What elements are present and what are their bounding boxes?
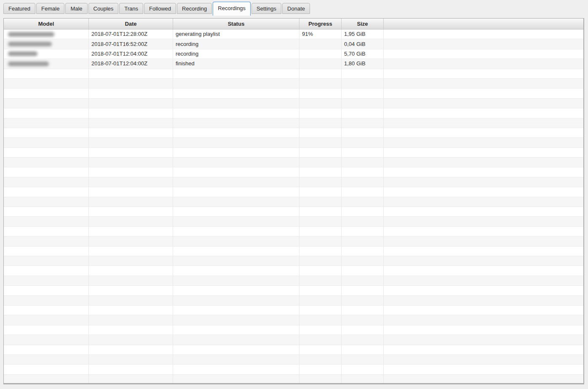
cell-extra	[384, 167, 583, 177]
cell-extra	[384, 158, 583, 167]
tab-donate[interactable]: Donate	[282, 3, 310, 14]
cell-extra	[384, 286, 583, 295]
cell-status	[173, 118, 299, 128]
cell-progress	[299, 167, 342, 177]
cell-size	[342, 247, 384, 256]
cell-extra	[384, 247, 583, 256]
table-row-empty	[4, 89, 583, 98]
cell-extra	[384, 375, 583, 384]
cell-status	[173, 197, 299, 207]
cell-status	[173, 158, 299, 167]
cell-progress	[299, 148, 342, 157]
cell-size	[342, 108, 384, 118]
cell-status: recording	[173, 39, 299, 48]
cell-date: 2018-07-01T12:28:00Z	[89, 30, 173, 39]
cell-size: 0,04 GiB	[342, 39, 384, 48]
cell-size	[342, 148, 384, 157]
column-header-progress[interactable]: Progress	[299, 19, 342, 29]
tab-followed[interactable]: Followed	[144, 3, 176, 14]
cell-extra	[384, 296, 583, 305]
cell-extra	[384, 177, 583, 187]
tab-bar: FeaturedFemaleMaleCouplesTransFollowedRe…	[0, 0, 588, 16]
cell-size	[342, 355, 384, 364]
cell-date	[89, 177, 173, 187]
table-row-empty	[4, 236, 583, 246]
table-row[interactable]: 2018-07-01T16:52:00Zrecording0,04 GiB	[4, 39, 583, 49]
redacted-model-name	[8, 42, 52, 46]
cell-date: 2018-07-01T12:04:00Z	[89, 59, 173, 68]
cell-progress	[299, 266, 342, 275]
cell-model	[4, 325, 89, 335]
table-row-empty	[4, 158, 583, 167]
cell-size: 5,70 GiB	[342, 49, 384, 59]
cell-date	[89, 325, 173, 335]
cell-size	[342, 158, 384, 167]
cell-model	[4, 217, 89, 226]
cell-date	[89, 217, 173, 226]
cell-date	[89, 167, 173, 177]
cell-date	[89, 335, 173, 344]
cell-status: recording	[173, 49, 299, 59]
cell-date	[89, 128, 173, 137]
cell-status	[173, 148, 299, 157]
cell-model	[4, 247, 89, 256]
column-header-model[interactable]: Model	[4, 19, 89, 29]
cell-model	[4, 39, 89, 48]
tab-recordings[interactable]: Recordings	[213, 2, 251, 16]
cell-size	[342, 375, 384, 384]
cell-progress	[299, 108, 342, 118]
tab-male[interactable]: Male	[65, 3, 87, 14]
table-row[interactable]: 2018-07-01T12:28:00Zgenerating playlist9…	[4, 30, 583, 39]
tab-settings[interactable]: Settings	[251, 3, 281, 14]
cell-progress	[299, 49, 342, 59]
tab-recording[interactable]: Recording	[177, 3, 212, 14]
cell-extra	[384, 256, 583, 266]
cell-status	[173, 365, 299, 374]
column-header-size[interactable]: Size	[342, 19, 384, 29]
cell-status	[173, 108, 299, 118]
cell-status	[173, 89, 299, 98]
cell-extra	[384, 335, 583, 344]
cell-date	[89, 79, 173, 88]
tab-featured[interactable]: Featured	[3, 3, 35, 14]
cell-status	[173, 247, 299, 256]
cell-date	[89, 345, 173, 354]
cell-progress	[299, 256, 342, 266]
cell-model	[4, 138, 89, 147]
recordings-table: Model Date Status Progress Size 2018-07-…	[3, 18, 584, 384]
table-row[interactable]: 2018-07-01T12:04:00Zfinished1,80 GiB	[4, 59, 583, 69]
cell-extra	[384, 217, 583, 226]
cell-progress	[299, 345, 342, 354]
cell-progress	[299, 325, 342, 335]
redacted-model-name	[8, 32, 54, 37]
cell-extra	[384, 148, 583, 157]
cell-progress	[299, 128, 342, 137]
cell-status	[173, 256, 299, 266]
cell-size	[342, 315, 384, 325]
tab-couples[interactable]: Couples	[88, 3, 119, 14]
table-row[interactable]: 2018-07-01T12:04:00Zrecording5,70 GiB	[4, 49, 583, 59]
cell-date	[89, 365, 173, 374]
cell-date	[89, 69, 173, 78]
table-row-empty	[4, 375, 583, 384]
table-row-empty	[4, 355, 583, 365]
table-row-empty	[4, 217, 583, 226]
cell-model	[4, 197, 89, 207]
tab-female[interactable]: Female	[36, 3, 64, 14]
cell-status	[173, 375, 299, 384]
cell-date	[89, 158, 173, 167]
cell-date	[89, 355, 173, 364]
cell-progress	[299, 118, 342, 128]
column-header-date[interactable]: Date	[89, 19, 173, 29]
cell-size	[342, 79, 384, 88]
cell-date	[89, 306, 173, 315]
table-row-empty	[4, 315, 583, 325]
cell-status	[173, 167, 299, 177]
cell-size	[342, 217, 384, 226]
table-row-empty	[4, 118, 583, 128]
cell-date: 2018-07-01T12:04:00Z	[89, 49, 173, 59]
tab-trans[interactable]: Trans	[119, 3, 143, 14]
cell-model	[4, 187, 89, 196]
cell-progress	[299, 227, 342, 236]
column-header-status[interactable]: Status	[173, 19, 299, 29]
